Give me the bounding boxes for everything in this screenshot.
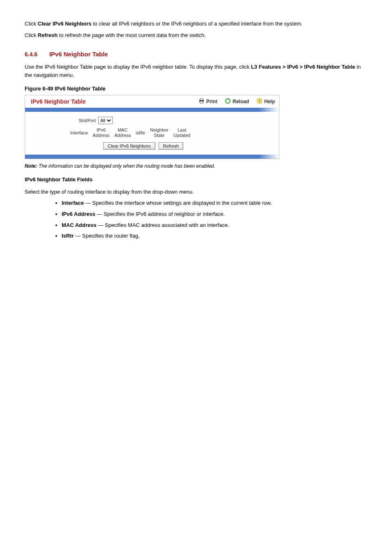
column-header-row: Interface IPv6 Address MAC Address isRtr… <box>70 127 190 138</box>
field-text: — Specifies the interface whose settings… <box>84 200 272 206</box>
section-description: Use the IPv6 Neighbor Table page to disp… <box>25 63 367 79</box>
printer-icon <box>198 98 205 105</box>
text: Click <box>25 32 38 38</box>
col-last-updated: Last Updated <box>173 127 191 138</box>
list-item: Interface — Specifies the interface whos… <box>62 199 367 207</box>
field-label: IsRtr <box>62 233 74 239</box>
text: Use the IPv6 Neighbor Table page to disp… <box>25 64 251 70</box>
fields-list: Interface — Specifies the interface whos… <box>33 199 367 240</box>
col-neighbor-state: Neighbor State <box>150 127 168 138</box>
field-label: Interface <box>62 200 84 206</box>
text: Click <box>25 21 38 27</box>
col-ipv6-address: IPv6 Address <box>93 127 109 138</box>
section-number: 6.4.6 <box>25 51 48 58</box>
neighbor-table-panel: IPv6 Neighbor Table Print Reload ? <box>25 95 279 159</box>
note-text: The information can be displayed only wh… <box>39 163 215 169</box>
help-icon: ? <box>256 98 263 105</box>
fields-intro: Select the type of routing interface to … <box>25 188 367 196</box>
field-label: IPv6 Address <box>62 211 95 217</box>
refresh-bold: Refresh <box>38 32 58 38</box>
field-text: — Specifies the IPv6 address of neighbor… <box>95 211 225 217</box>
help-button[interactable]: ? Help <box>256 98 275 105</box>
text: to clear all IPv6 neighbors or the IPv6 … <box>92 21 303 27</box>
text: to refresh the page with the most curren… <box>58 32 206 38</box>
field-text: — Specifies MAC address associated with … <box>97 222 229 228</box>
panel-titlebar: IPv6 Neighbor Table Print Reload ? <box>25 95 279 108</box>
list-item: IPv6 Address — Specifies the IPv6 addres… <box>62 210 367 218</box>
note-label: Note: <box>25 163 39 169</box>
help-label: Help <box>264 99 275 104</box>
figure-note: Note: The information can be displayed o… <box>25 163 367 169</box>
reload-label: Reload <box>233 99 249 104</box>
reload-button[interactable]: Reload <box>225 98 249 105</box>
button-row: Clear IPv6 Neighbors Refresh <box>103 142 183 150</box>
field-text: — Specifies the router flag. <box>74 233 140 239</box>
slot-port-label: Slot/Port <box>78 118 96 123</box>
svg-rect-1 <box>200 99 203 100</box>
svg-rect-2 <box>200 101 203 103</box>
section-title: IPv6 Neighbor Table <box>49 51 108 58</box>
list-item: MAC Address — Specifies MAC address asso… <box>62 222 367 229</box>
col-mac-address: MAC Address <box>114 127 131 138</box>
refresh-button[interactable]: Refresh <box>159 142 184 150</box>
panel-body: Slot/Port All Interface IPv6 Address MAC… <box>25 112 279 155</box>
print-label: Print <box>206 99 217 104</box>
svg-text:?: ? <box>258 99 261 103</box>
list-item: IsRtr — Specifies the router flag. <box>62 232 367 240</box>
reload-icon <box>225 98 231 105</box>
slot-port-filter: Slot/Port All <box>78 117 113 124</box>
divider-bar-bottom <box>25 155 279 159</box>
divider-bar-top <box>25 108 279 112</box>
panel-actions: Print Reload ? Help <box>198 98 275 105</box>
col-interface: Interface <box>70 130 88 136</box>
slot-port-select[interactable]: All <box>98 117 113 124</box>
figure-caption: Figure 6-49 IPv6 Neighbor Table <box>25 86 367 92</box>
clear-instruction: Click Clear IPv6 Neighbors to clear all … <box>25 20 367 28</box>
field-label: MAC Address <box>62 222 97 228</box>
col-isrtr: isRtr <box>136 130 145 136</box>
panel-title: IPv6 Neighbor Table <box>31 98 86 105</box>
clear-ipv6-neighbors-button[interactable]: Clear IPv6 Neighbors <box>103 142 155 150</box>
print-button[interactable]: Print <box>198 98 217 105</box>
refresh-instruction: Click Refresh to refresh the page with t… <box>25 31 367 39</box>
fields-heading: IPv6 Neighbor Table Fields <box>25 176 367 183</box>
nav-path: L3 Features > IPv6 > IPv6 Neighbor Table <box>251 64 355 70</box>
clear-bold: Clear IPv6 Neighbors <box>38 21 92 27</box>
